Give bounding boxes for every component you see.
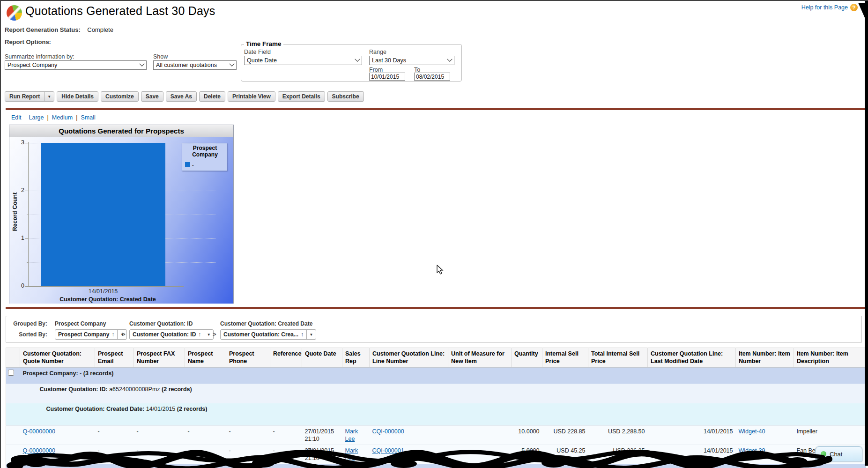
- from-date-input[interactable]: [369, 73, 405, 81]
- group-value: a65240000008Pmz: [109, 386, 160, 393]
- sort-asc-icon: ↑: [198, 331, 201, 338]
- col-header-prospect-phone[interactable]: Prospect Phone: [226, 348, 270, 368]
- show-select[interactable]: All customer quotations: [153, 60, 237, 70]
- run-report-button[interactable]: Run Report ▼: [5, 91, 54, 102]
- help-question-icon[interactable]: ?: [850, 4, 858, 11]
- show-label: Show: [153, 53, 168, 60]
- chart-size-small-link[interactable]: Small: [81, 114, 96, 121]
- y-tick: [25, 286, 29, 287]
- grouping-panel: Grouped By: Prospect Company Customer Qu…: [6, 316, 862, 343]
- y-tick-label: 2: [13, 187, 24, 193]
- sort-button-created-date[interactable]: Customer Quotation: Crea...↑ ▼: [220, 329, 316, 340]
- col-header-last-modified-date[interactable]: Customer Quotation Line: Last Modified D…: [648, 348, 736, 368]
- show-value: All customer quotations: [156, 62, 217, 68]
- from-label: From: [369, 67, 383, 73]
- chevron-down-icon: [355, 57, 360, 62]
- table-row: Q-00000000 - - - - - 27/01/2015 21:10 Ma…: [6, 445, 866, 464]
- cell-quote-date: 27/01/2015 21:10: [302, 425, 342, 445]
- line-number-link[interactable]: CQI-000001: [372, 447, 404, 454]
- chat-tab[interactable]: Chat: [816, 446, 862, 461]
- date-field-select[interactable]: Quote Date: [244, 56, 362, 65]
- line-number-link[interactable]: CQI-000000: [372, 428, 404, 435]
- save-as-button[interactable]: Save As: [166, 91, 197, 102]
- col-header-line-number[interactable]: Customer Quotation Line: Line Number: [370, 348, 448, 368]
- legend-title: Prospect Company: [185, 145, 225, 158]
- time-frame-fieldset: Time Frame Date Field Quote Date Range L…: [241, 44, 462, 82]
- run-report-dropdown-icon[interactable]: ▼: [45, 92, 54, 101]
- group-value: -: [80, 370, 82, 377]
- col-header-reference[interactable]: Reference: [270, 348, 302, 368]
- table-row: Q-00000000 - - - - - 27/01/2015 21:10 Ma…: [6, 425, 866, 445]
- y-tick-label: 0: [13, 282, 24, 289]
- cell-reference: -: [270, 445, 302, 464]
- y-tick: [25, 143, 29, 143]
- customize-button[interactable]: Customize: [101, 91, 139, 102]
- chart-plot-area: Record Count 14/01/2015 Customer Quotati…: [9, 137, 233, 304]
- report-options-label: Report Options:: [5, 38, 51, 45]
- export-details-button[interactable]: Export Details: [278, 91, 325, 102]
- delete-button[interactable]: Delete: [199, 91, 225, 102]
- summarize-by-select[interactable]: Prospect Company: [5, 60, 147, 70]
- sort-dropdown-icon[interactable]: ▼: [204, 330, 213, 339]
- group-row-prospect-company: Prospect Company: - (3 records): [6, 367, 866, 384]
- subscribe-button[interactable]: Subscribe: [327, 91, 364, 102]
- col-header-uom-new-item[interactable]: Unit of Measure for New Item: [448, 348, 512, 368]
- col-header-sales-rep[interactable]: Sales Rep: [342, 348, 370, 368]
- cell-quote-date: 27/01/2015 21:10: [302, 445, 342, 464]
- to-date-input[interactable]: [414, 73, 450, 81]
- chevron-down-icon: [447, 57, 452, 62]
- quote-number-link[interactable]: Q-00000000: [23, 447, 56, 454]
- group-row-label: Customer Quotation: Created Date: 14/01/…: [20, 403, 866, 425]
- cell-internal-sell-price: USD 45.25: [542, 445, 588, 464]
- item-number-link[interactable]: Widget-40: [739, 428, 765, 435]
- group-count: (2 records): [162, 386, 192, 393]
- sort-dropdown-icon[interactable]: ▼: [306, 330, 316, 339]
- help-link[interactable]: Help for this Page: [801, 4, 848, 11]
- range-select[interactable]: Last 30 Days: [369, 56, 454, 65]
- col-header-prospect-email[interactable]: Prospect Email: [95, 348, 134, 368]
- group-row-created-date: Customer Quotation: Created Date: 14/01/…: [6, 403, 866, 425]
- chart-size-large-link[interactable]: Large: [29, 114, 44, 121]
- screenshot-right-border: [865, 1, 868, 466]
- col-header-prospect-name[interactable]: Prospect Name: [185, 348, 226, 368]
- cell-uom: [448, 445, 512, 464]
- sort-button-prospect-company[interactable]: Prospect Company↑ ▼: [55, 329, 127, 340]
- sales-rep-link[interactable]: Mark Lee: [345, 428, 358, 442]
- quote-number-link[interactable]: Q-00000000: [23, 428, 56, 435]
- to-label: To: [414, 67, 420, 73]
- y-tick-label: 3: [13, 139, 24, 146]
- col-header-item-number[interactable]: Item Number: Item Number: [736, 348, 794, 368]
- col-header-quote-date[interactable]: Quote Date: [302, 348, 342, 368]
- col-header-prospect-fax[interactable]: Prospect FAX Number: [134, 348, 185, 368]
- y-minor-tick: [27, 262, 29, 263]
- sorted-by-label: Sorted By:: [6, 331, 47, 338]
- chevron-down-icon: [139, 61, 144, 67]
- printable-view-button[interactable]: Printable View: [228, 91, 275, 102]
- report-pie-logo-icon: [7, 5, 22, 21]
- y-tick-label: 1: [13, 235, 24, 241]
- report-chart-panel: Quotations Generated for Propspects Reco…: [9, 125, 234, 304]
- y-tick: [25, 238, 29, 239]
- col-header-quote-number[interactable]: Customer Quotation: Quote Number: [20, 348, 95, 368]
- page-title: Quotations Generated Last 30 Days: [25, 4, 215, 18]
- sales-rep-link[interactable]: Mark Lee: [345, 447, 358, 461]
- run-report-label: Run Report: [5, 92, 45, 101]
- group-field: Customer Quotation: ID:: [40, 386, 108, 393]
- sort-button-label: Customer Quotation: Crea...: [223, 331, 298, 338]
- edit-chart-link[interactable]: Edit: [11, 114, 22, 121]
- cell-last-modified: 14/01/2015: [648, 445, 736, 464]
- hide-details-button[interactable]: Hide Details: [57, 91, 98, 102]
- sort-button-customer-quotation-id[interactable]: Customer Quotation: ID↑ ▼: [129, 329, 214, 340]
- group-select-checkbox[interactable]: [8, 370, 14, 376]
- chat-label: Chat: [830, 451, 842, 458]
- save-button[interactable]: Save: [141, 91, 163, 102]
- col-header-internal-sell-price[interactable]: Internal Sell Price: [542, 348, 588, 368]
- section-divider-rule: [6, 108, 866, 110]
- sort-button-label: Prospect Company: [58, 331, 109, 338]
- item-number-link[interactable]: Widget-39: [739, 447, 765, 454]
- col-header-quantity[interactable]: Quantity: [512, 348, 542, 368]
- col-header-total-internal-sell-price[interactable]: Total Internal Sell Price: [588, 348, 648, 368]
- cell-prospect-fax: -: [134, 445, 185, 464]
- col-header-item-description[interactable]: Item Number: Item Description: [794, 348, 866, 368]
- chart-size-medium-link[interactable]: Medium: [52, 114, 73, 121]
